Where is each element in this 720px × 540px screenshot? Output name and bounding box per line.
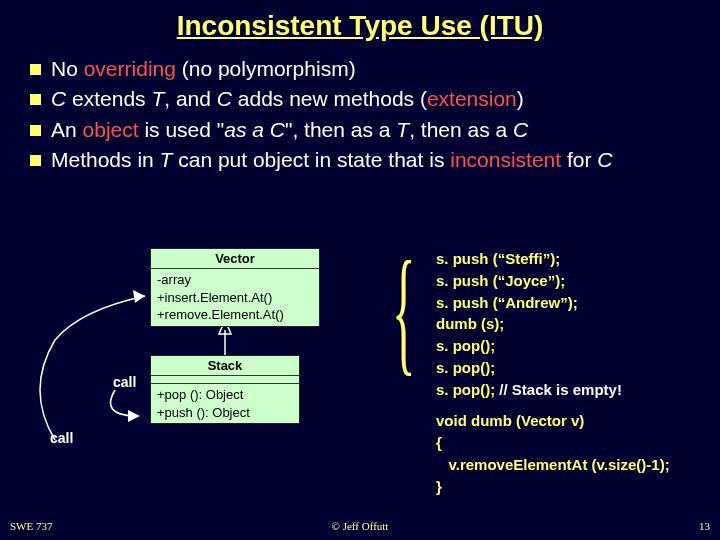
svg-marker-3 [128,410,140,422]
code-block: s. push (“Steffi”); s. push (“Joyce”); s… [436,248,670,497]
code-line: s. pop(); [436,335,670,357]
bullet-item: An object is used "as a C", then as a T,… [30,117,704,143]
bullet-item: Methods in T can put object in state tha… [30,147,704,173]
uml-class-name: Stack [151,356,299,376]
code-line: s. push (“Andrew”); [436,292,670,314]
uml-stack: Stack +pop (): Object +push (): Object [150,355,300,424]
brace-icon: { [392,240,416,380]
code-line: { [436,432,670,454]
code-line: s. push (“Joyce”); [436,270,670,292]
call-label: call [50,430,73,446]
bullet-item: C extends T, and C adds new methods (ext… [30,86,704,112]
bullet-icon [30,94,41,105]
uml-attrs: -array +insert.Element.At() +remove.Elem… [151,269,319,326]
code-line: s. push (“Steffi”); [436,248,670,270]
diagram-area: Vector -array +insert.Element.At() +remo… [0,260,720,520]
slide-title: Inconsistent Type Use (ITU) [0,0,720,42]
code-line: void dumb (Vector v) [436,410,670,432]
code-line: s. pop(); // Stack is empty! [436,379,670,401]
bullet-text: An object is used "as a C", then as a T,… [51,117,704,143]
code-line: dumb (s); [436,313,670,335]
footer-center: © Jeff Offutt [332,520,389,532]
code-line: } [436,476,670,498]
bullet-icon [30,64,41,75]
uml-empty-section [151,376,299,384]
call-label: call [113,374,136,390]
bullet-text: No overriding (no polymorphism) [51,56,704,82]
uml-class-name: Vector [151,249,319,269]
bullet-text: Methods in T can put object in state tha… [51,147,704,173]
bullet-icon [30,155,41,166]
svg-marker-2 [133,290,145,303]
code-line: s. pop(); [436,357,670,379]
bullet-text: C extends T, and C adds new methods (ext… [51,86,704,112]
code-line: v.removeElementAt (v.size()-1); [436,454,670,476]
uml-ops: +pop (): Object +push (): Object [151,384,299,423]
uml-vector: Vector -array +insert.Element.At() +remo… [150,248,320,327]
footer-left: SWE 737 [10,520,52,532]
bullet-icon [30,125,41,136]
footer-right: 13 [699,520,710,532]
bullet-item: No overriding (no polymorphism) [30,56,704,82]
bullet-list: No overriding (no polymorphism) C extend… [0,42,720,173]
